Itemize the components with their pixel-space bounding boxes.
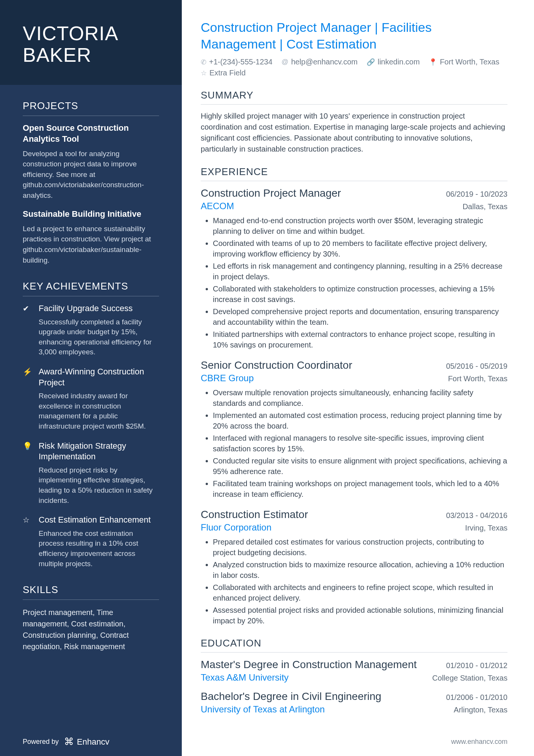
achievement-body: Cost Estimation Enhancement Enhanced the… xyxy=(39,515,159,569)
education-header: Master's Degree in Construction Manageme… xyxy=(201,659,507,671)
project-desc: Developed a tool for analyzing construct… xyxy=(23,149,159,201)
achievement-icon: ⚡ xyxy=(23,366,33,432)
experience-bullet: Facilitated team training workshops on p… xyxy=(213,478,507,499)
powered-by-label: Powered by xyxy=(23,738,59,746)
experience-bullet: Coordinated with teams of up to 20 membe… xyxy=(213,238,507,259)
education-heading: EDUCATION xyxy=(201,637,507,653)
experience-company: AECOM xyxy=(201,201,234,211)
experience-section: EXPERIENCE Construction Project Manager … xyxy=(201,166,507,626)
experience-bullet: Analyzed construction bids to maximize r… xyxy=(213,559,507,581)
experience-heading: EXPERIENCE xyxy=(201,166,507,181)
projects-heading: PROJECTS xyxy=(23,100,159,116)
achievement-title: Facility Upgrade Success xyxy=(39,303,159,314)
achievement-desc: Enhanced the cost estimation process res… xyxy=(39,529,159,569)
footer-url[interactable]: www.enhancv.com xyxy=(451,738,507,746)
achievement-desc: Successfully completed a facility upgrad… xyxy=(39,317,159,357)
education-location: Arlington, Texas xyxy=(454,706,507,714)
experience-bullet: Collaborated with architects and enginee… xyxy=(213,582,507,603)
sidebar-content: PROJECTS Open Source Construction Analyt… xyxy=(0,85,182,756)
experience-bullets: Prepared detailed cost estimates for var… xyxy=(201,537,507,626)
summary-text: Highly skilled project manager with 10 y… xyxy=(201,111,507,155)
achievement-title: Risk Mitigation Strategy Implementation xyxy=(39,441,159,462)
person-name: VICTORIA BAKER xyxy=(23,23,159,66)
pin-icon: 📍 xyxy=(429,58,437,66)
education-header: Bachelor's Degree in Civil Engineering 0… xyxy=(201,690,507,703)
experience-bullet: Prepared detailed cost estimates for var… xyxy=(213,537,507,558)
link-text: linkedin.com xyxy=(378,58,420,66)
education-subheader: University of Texas at Arlington Arlingt… xyxy=(201,704,507,715)
achievement-icon: 💡 xyxy=(23,441,33,506)
experience-title: Construction Project Manager xyxy=(201,187,341,199)
experience-location: Fort Worth, Texas xyxy=(448,374,507,383)
sidebar: VICTORIA BAKER PROJECTS Open Source Cons… xyxy=(0,0,182,756)
achievement-desc: Reduced project risks by implementing ef… xyxy=(39,465,159,506)
achievement-item: ☆ Cost Estimation Enhancement Enhanced t… xyxy=(23,515,159,569)
experience-dates: 05/2016 - 05/2019 xyxy=(446,362,507,371)
achievement-title: Cost Estimation Enhancement xyxy=(39,515,159,526)
experience-subheader: Fluor Corporation Irving, Texas xyxy=(201,522,507,533)
education-dates: 01/2010 - 01/2012 xyxy=(446,661,507,670)
link-icon: 🔗 xyxy=(367,58,375,66)
headline: Construction Project Manager | Facilitie… xyxy=(201,19,507,52)
education-subheader: Texas A&M University College Station, Te… xyxy=(201,672,507,683)
extra-item: ☆ Extra Field xyxy=(201,69,246,77)
education-item: Bachelor's Degree in Civil Engineering 0… xyxy=(201,690,507,715)
experience-subheader: CBRE Group Fort Worth, Texas xyxy=(201,373,507,383)
experience-dates: 03/2013 - 04/2016 xyxy=(446,511,507,520)
project-desc: Led a project to enhance sustainability … xyxy=(23,224,159,265)
experience-item: Construction Project Manager 06/2019 - 1… xyxy=(201,187,507,350)
experience-dates: 06/2019 - 10/2023 xyxy=(446,190,507,199)
achievement-item: ⚡ Award-Winning Construction Project Rec… xyxy=(23,366,159,432)
education-location: College Station, Texas xyxy=(432,674,507,682)
experience-bullet: Oversaw multiple renovation projects sim… xyxy=(213,387,507,409)
education-degree: Bachelor's Degree in Civil Engineering xyxy=(201,690,381,703)
location-text: Fort Worth, Texas xyxy=(440,58,499,66)
phone-item: ✆ +1-(234)-555-1234 xyxy=(201,58,272,66)
experience-bullets: Oversaw multiple renovation projects sim… xyxy=(201,387,507,499)
achievement-body: Award-Winning Construction Project Recei… xyxy=(39,366,159,432)
phone-icon: ✆ xyxy=(201,58,206,66)
experience-bullet: Developed comprehensive project reports … xyxy=(213,306,507,327)
star-icon: ☆ xyxy=(201,69,207,77)
name-block: VICTORIA BAKER xyxy=(0,0,182,85)
achievement-item: ✔ Facility Upgrade Success Successfully … xyxy=(23,303,159,357)
footer-left: Powered by ⌘ Enhancv xyxy=(23,736,109,748)
experience-bullets: Managed end-to-end construction projects… xyxy=(201,215,507,350)
enhancv-logo-mark: ⌘ xyxy=(64,736,74,748)
achievements-heading: KEY ACHIEVEMENTS xyxy=(23,280,159,296)
last-name: BAKER xyxy=(23,44,91,66)
skills-heading: SKILLS xyxy=(23,584,159,600)
experience-header: Senior Construction Coordinator 05/2016 … xyxy=(201,359,507,371)
enhancv-brand-text: Enhancv xyxy=(77,737,109,747)
experience-title: Senior Construction Coordinator xyxy=(201,359,352,371)
project-title: Sustainable Building Initiative xyxy=(23,209,159,220)
achievement-body: Facility Upgrade Success Successfully co… xyxy=(39,303,159,357)
footer: Powered by ⌘ Enhancv www.enhancv.com xyxy=(0,728,534,756)
location-item: 📍 Fort Worth, Texas xyxy=(429,58,499,66)
achievement-icon: ☆ xyxy=(23,515,33,569)
experience-company: Fluor Corporation xyxy=(201,522,272,533)
education-school: Texas A&M University xyxy=(201,672,289,683)
experience-bullet: Managed end-to-end construction projects… xyxy=(213,215,507,236)
email-item: @ help@enhancv.com xyxy=(281,58,358,66)
summary-section: SUMMARY Highly skilled project manager w… xyxy=(201,89,507,155)
email-text: help@enhancv.com xyxy=(291,58,358,66)
project-title: Open Source Construction Analytics Tool xyxy=(23,123,159,144)
project-item: Open Source Construction Analytics Tool … xyxy=(23,123,159,200)
achievement-item: 💡 Risk Mitigation Strategy Implementatio… xyxy=(23,441,159,506)
experience-item: Senior Construction Coordinator 05/2016 … xyxy=(201,359,507,499)
extra-text: Extra Field xyxy=(209,69,246,77)
experience-subheader: AECOM Dallas, Texas xyxy=(201,201,507,211)
education-school: University of Texas at Arlington xyxy=(201,704,325,715)
experience-bullet: Assessed potential project risks and pro… xyxy=(213,605,507,626)
experience-bullet: Collaborated with stakeholders to optimi… xyxy=(213,283,507,305)
experience-bullet: Conducted regular site visits to ensure … xyxy=(213,455,507,477)
at-icon: @ xyxy=(281,58,288,66)
experience-bullet: Initiated partnerships with external con… xyxy=(213,329,507,350)
main-content: Construction Project Manager | Facilitie… xyxy=(182,0,534,756)
achievement-desc: Received industry award for excellence i… xyxy=(39,391,159,431)
experience-bullet: Interfaced with regional managers to res… xyxy=(213,433,507,454)
skills-text: Project management, Time management, Cos… xyxy=(23,607,159,652)
link-item[interactable]: 🔗 linkedin.com xyxy=(367,58,420,66)
enhancv-logo[interactable]: ⌘ Enhancv xyxy=(64,736,109,748)
